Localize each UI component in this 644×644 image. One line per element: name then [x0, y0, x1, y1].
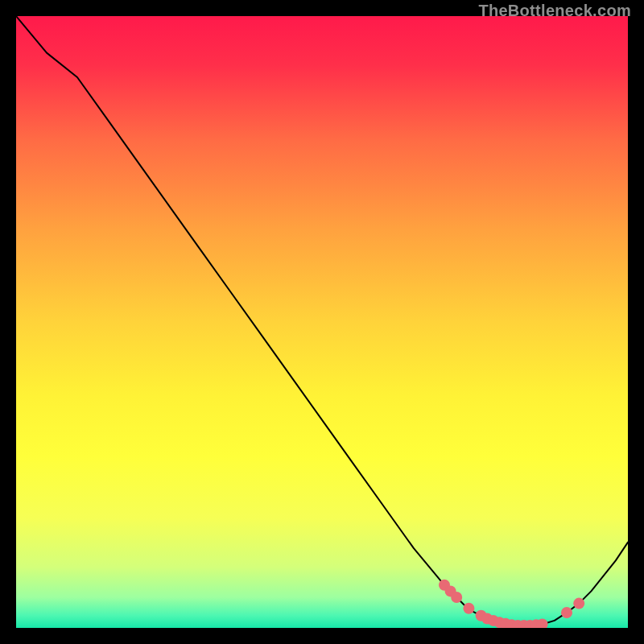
valley-marker [573, 598, 584, 609]
valley-marker [463, 603, 474, 614]
chart-svg [16, 16, 628, 628]
gradient-background [16, 16, 628, 628]
valley-marker [561, 607, 572, 618]
chart-frame: TheBottleneck.com [0, 0, 644, 644]
valley-marker [451, 592, 462, 603]
plot-area [16, 16, 628, 628]
